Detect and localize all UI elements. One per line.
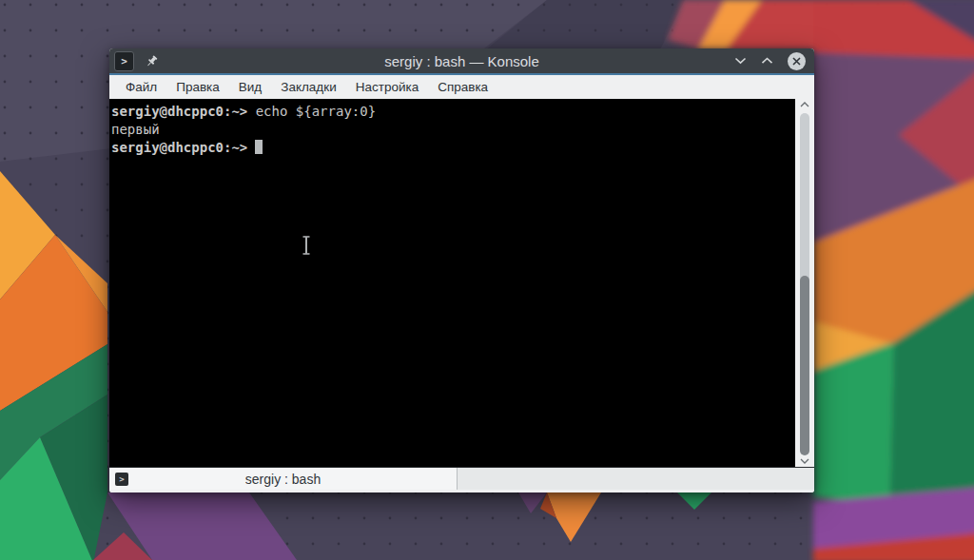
ibeam-text-cursor [301, 235, 312, 256]
menu-edit[interactable]: Правка [166, 77, 229, 97]
terminal-block-cursor [255, 140, 263, 154]
menu-view[interactable]: Вид [229, 77, 271, 97]
scrollbar-down-icon[interactable] [800, 458, 809, 464]
menu-settings[interactable]: Настройка [346, 77, 428, 97]
terminal-row: sergiy@dhcppc0:~>echo ${array:0} первый … [109, 99, 814, 467]
menu-bookmarks[interactable]: Закладки [271, 77, 345, 97]
scrollbar-thumb[interactable] [800, 276, 809, 456]
maximize-button[interactable] [761, 57, 773, 65]
typed-command: echo ${array:0} [256, 104, 376, 119]
tab-terminal-icon: > [115, 473, 128, 486]
tab-bar: > sergiy : bash [109, 467, 814, 490]
window-bottom-edge [109, 490, 814, 492]
terminal-line-command: sergiy@dhcppc0:~>echo ${array:0} [111, 103, 795, 121]
konsole-window: > sergiy : bash — Konsole [109, 48, 814, 492]
menu-file[interactable]: Файл [116, 77, 166, 97]
tab-label: sergiy : bash [245, 472, 321, 487]
terminal-scrollbar[interactable] [795, 99, 814, 467]
shell-prompt: sergiy@dhcppc0:~> [111, 104, 247, 119]
window-title: sergiy : bash — Konsole [384, 53, 539, 69]
close-icon [792, 57, 801, 66]
menubar: Файл Правка Вид Закладки Настройка Справ… [109, 75, 814, 99]
terminal-output-area[interactable]: sergiy@dhcppc0:~>echo ${array:0} первый … [109, 99, 795, 467]
minimize-button[interactable] [734, 57, 747, 65]
chevron-up-icon [761, 57, 773, 65]
shell-prompt: sergiy@dhcppc0:~> [111, 140, 247, 155]
pin-icon[interactable] [145, 54, 159, 68]
tab-sergiy-bash[interactable]: > sergiy : bash [109, 468, 458, 490]
desktop: > sergiy : bash — Konsole [0, 0, 974, 560]
window-controls [734, 52, 814, 70]
terminal-line-output: первый [111, 121, 795, 139]
menu-help[interactable]: Справка [428, 77, 497, 97]
konsole-app-icon: > [114, 51, 134, 71]
titlebar[interactable]: > sergiy : bash — Konsole [109, 48, 814, 73]
close-button[interactable] [788, 52, 806, 70]
terminal-line-prompt: sergiy@dhcppc0:~> [111, 139, 795, 157]
chevron-down-icon [734, 57, 747, 65]
scrollbar-up-icon[interactable] [800, 102, 809, 107]
